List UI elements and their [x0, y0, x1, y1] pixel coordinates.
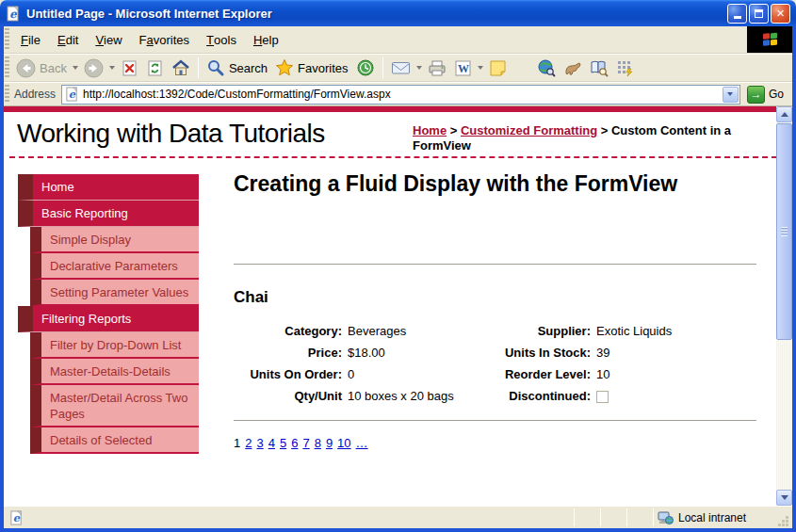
- toolbar-grid-button[interactable]: [612, 57, 638, 79]
- svg-text:W: W: [458, 62, 469, 75]
- page-title: Creating a Fluid Display with the FormVi…: [234, 171, 695, 197]
- svg-text:e: e: [69, 88, 76, 101]
- mail-envelope-icon: [391, 59, 411, 76]
- field-label: Category:: [234, 320, 345, 342]
- breadcrumb-link-customized-formatting[interactable]: Customized Formatting: [461, 123, 597, 137]
- security-zone-label: Local intranet: [678, 511, 746, 524]
- addressbar-grip-handle[interactable]: [5, 85, 9, 104]
- forward-dropdown[interactable]: [107, 66, 117, 70]
- search-label: Search: [229, 61, 268, 75]
- address-url: http://localhost:1392/Code/CustomFormatt…: [83, 88, 723, 101]
- sidebar-item-details-of-selected[interactable]: Details of Selected: [30, 427, 199, 454]
- forward-button[interactable]: [80, 56, 107, 80]
- field-value: 10 boxes x 20 bags: [345, 385, 488, 407]
- go-arrow-icon[interactable]: →: [747, 86, 765, 104]
- status-pane: [575, 507, 600, 528]
- menu-favorites[interactable]: Favorites: [131, 26, 199, 53]
- resize-grip-handle[interactable]: [776, 514, 790, 528]
- formview-table: Category: Beverages Supplier: Exotic Liq…: [234, 320, 756, 407]
- field-label: Discontinued:: [488, 385, 593, 407]
- status-bar: e Local intranet: [4, 506, 792, 528]
- menu-bar: File Edit View Favorites Tools Help: [4, 26, 792, 54]
- pager-ellipsis-link[interactable]: …: [356, 436, 368, 450]
- scrollbar-thumb[interactable]: [776, 123, 792, 340]
- search-icon: [206, 58, 225, 77]
- sidebar-item-filtering-reports[interactable]: Filtering Reports: [18, 306, 199, 332]
- field-value: Beverages: [345, 320, 488, 342]
- refresh-button[interactable]: [142, 57, 168, 79]
- menu-view[interactable]: View: [87, 26, 130, 53]
- close-button[interactable]: ✕: [771, 4, 790, 24]
- book-search-button[interactable]: [586, 57, 612, 79]
- menu-tools[interactable]: Tools: [198, 26, 245, 53]
- discontinued-checkbox[interactable]: [596, 391, 609, 403]
- address-dropdown-button[interactable]: [723, 87, 739, 103]
- back-label: Back: [40, 61, 67, 75]
- sidebar-item-home[interactable]: Home: [18, 174, 199, 201]
- pager-page-link[interactable]: 9: [326, 436, 333, 450]
- status-main-pane: e: [6, 507, 574, 528]
- back-dropdown[interactable]: [71, 66, 80, 70]
- scrollbar-track[interactable]: [776, 122, 792, 490]
- scroll-down-button[interactable]: [776, 490, 792, 506]
- search-button[interactable]: Search: [203, 56, 271, 79]
- pager-current-page: 1: [234, 436, 240, 450]
- book-search-icon: [590, 59, 609, 77]
- breadcrumb-link-home[interactable]: Home: [413, 123, 447, 137]
- edit-with-word-button[interactable]: W: [450, 57, 476, 79]
- history-button[interactable]: [352, 56, 379, 79]
- scroll-up-button[interactable]: [776, 106, 792, 122]
- pager-page-link[interactable]: 2: [245, 436, 252, 450]
- sidebar-item-simple-display[interactable]: Simple Display: [30, 227, 199, 253]
- favorites-label: Favorites: [298, 61, 348, 75]
- globe-search-button[interactable]: [533, 56, 560, 79]
- stop-icon: [121, 59, 138, 77]
- breadcrumb: Home > Customized Formatting > Custom Co…: [413, 119, 763, 153]
- field-label: Reorder Level:: [488, 363, 593, 385]
- address-label: Address: [12, 88, 61, 101]
- home-button[interactable]: [168, 56, 194, 79]
- notes-button[interactable]: [485, 57, 511, 79]
- pager-page-link[interactable]: 3: [256, 436, 263, 450]
- address-input[interactable]: e http://localhost:1392/Code/CustomForma…: [61, 85, 740, 105]
- sidebar-item-declarative-parameters[interactable]: Declarative Parameters: [30, 253, 199, 280]
- field-label: Units In Stock:: [488, 342, 593, 363]
- sidebar-item-filter-by-drop-down-list[interactable]: Filter by Drop-Down List: [30, 332, 199, 359]
- mail-dropdown[interactable]: [414, 66, 424, 70]
- pager-page-link[interactable]: 4: [268, 436, 275, 450]
- print-button[interactable]: [424, 57, 450, 79]
- research-dog-button[interactable]: [560, 57, 586, 78]
- window-title: Untitled Page - Microsoft Internet Explo…: [26, 7, 727, 21]
- stop-button[interactable]: [117, 57, 142, 79]
- pager-page-link[interactable]: 8: [315, 436, 321, 450]
- field-value: $18.00: [345, 342, 488, 363]
- table-row: Qty/Unit 10 boxes x 20 bags Discontinued…: [234, 385, 756, 407]
- pager-page-link[interactable]: 10: [337, 436, 350, 450]
- minimize-button[interactable]: [727, 4, 747, 24]
- back-button[interactable]: Back: [12, 56, 71, 80]
- field-value: 39: [593, 342, 756, 363]
- forward-arrow-icon: [84, 58, 104, 78]
- mail-button[interactable]: [387, 57, 414, 78]
- sidebar-item-master-details-details[interactable]: Master-Details-Details: [30, 359, 199, 385]
- menubar-grip-handle[interactable]: [5, 28, 9, 51]
- pager-page-link[interactable]: 5: [280, 436, 286, 450]
- menu-help[interactable]: Help: [245, 26, 287, 53]
- sidebar-item-master-detail-across-two-pages[interactable]: Master/Detail Across Two Pages: [30, 385, 199, 427]
- menu-edit[interactable]: Edit: [49, 26, 87, 53]
- edit-dropdown[interactable]: [476, 66, 485, 70]
- toolbar-grip-handle[interactable]: [5, 56, 9, 79]
- favorites-button[interactable]: Favorites: [271, 56, 351, 79]
- maximize-button[interactable]: [749, 4, 769, 24]
- refresh-icon: [146, 59, 164, 77]
- go-button-group[interactable]: → Go: [740, 86, 788, 104]
- field-label: Price:: [234, 342, 345, 363]
- menu-file[interactable]: File: [12, 26, 49, 53]
- field-value: 0: [345, 363, 488, 385]
- pager-page-link[interactable]: 7: [302, 436, 309, 450]
- sidebar-item-setting-parameter-values[interactable]: Setting Parameter Values: [30, 280, 199, 306]
- horizontal-rule: [234, 264, 756, 266]
- pager-page-link[interactable]: 6: [291, 436, 298, 450]
- toolbar-separator: [382, 57, 383, 78]
- sidebar-item-basic-reporting[interactable]: Basic Reporting: [18, 201, 199, 227]
